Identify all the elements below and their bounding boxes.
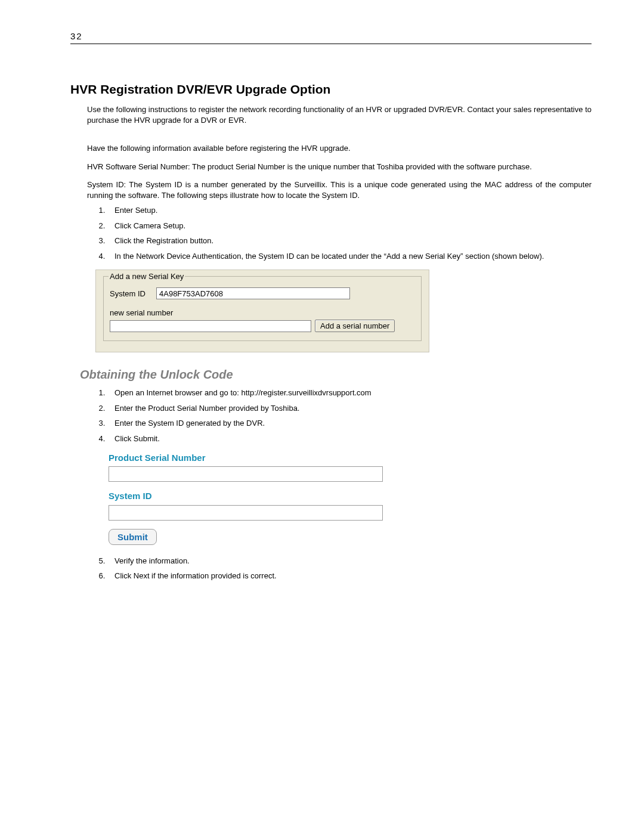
system-id-value <box>156 287 350 299</box>
new-serial-input[interactable] <box>110 320 311 332</box>
sysid-paragraph: System ID: The System ID is a number gen… <box>87 179 592 200</box>
pre-info-paragraph: Have the following information available… <box>87 143 592 154</box>
list-item: Enter the System ID generated by the DVR… <box>107 418 592 429</box>
list-item: Click the Registration button. <box>107 236 592 246</box>
header-rule <box>70 44 592 44</box>
steps-verify: Verify the information. Click Next if th… <box>70 556 592 581</box>
serial-key-screenshot: Add a new Serial Key System ID new seria… <box>95 270 429 352</box>
body-content: Use the following instructions to regist… <box>70 104 592 581</box>
page-number: 32 <box>70 31 592 41</box>
page-title: HVR Registration DVR/EVR Upgrade Option <box>70 82 592 97</box>
list-item: Enter the Product Serial Number provided… <box>107 403 592 414</box>
submit-button[interactable]: Submit <box>109 529 157 545</box>
list-item: Click Next if the information provided i… <box>107 571 592 581</box>
steps-locate-system-id: Enter Setup. Click Camera Setup. Click t… <box>70 205 592 261</box>
list-item: Click Submit. <box>107 433 592 444</box>
list-item: Verify the information. <box>107 556 592 566</box>
system-id-label: System ID <box>110 289 156 299</box>
document-page: 32 HVR Registration DVR/EVR Upgrade Opti… <box>0 0 644 833</box>
system-id-web-input[interactable] <box>109 505 383 521</box>
product-serial-input[interactable] <box>109 466 383 482</box>
new-serial-label: new serial number <box>110 308 415 318</box>
list-item: Click Camera Setup. <box>107 221 592 231</box>
system-id-web-label: System ID <box>109 490 407 502</box>
add-serial-number-button[interactable]: Add a serial number <box>315 320 395 332</box>
serial-paragraph: HVR Software Serial Number: The product … <box>87 162 592 172</box>
fieldset-legend: Add a new Serial Key <box>109 271 185 282</box>
section-subheading: Obtaining the Unlock Code <box>80 367 592 383</box>
list-item: Open an Internet browser and go to: http… <box>107 388 592 398</box>
list-item: Enter Setup. <box>107 205 592 216</box>
registration-form-screenshot: Product Serial Number System ID Submit <box>109 452 407 545</box>
intro-paragraph: Use the following instructions to regist… <box>87 104 592 125</box>
list-item: In the Network Device Authentication, th… <box>107 251 592 262</box>
product-serial-label: Product Serial Number <box>109 452 407 464</box>
serial-key-fieldset: Add a new Serial Key System ID new seria… <box>103 276 422 341</box>
steps-obtain-code: Open an Internet browser and go to: http… <box>70 388 592 444</box>
